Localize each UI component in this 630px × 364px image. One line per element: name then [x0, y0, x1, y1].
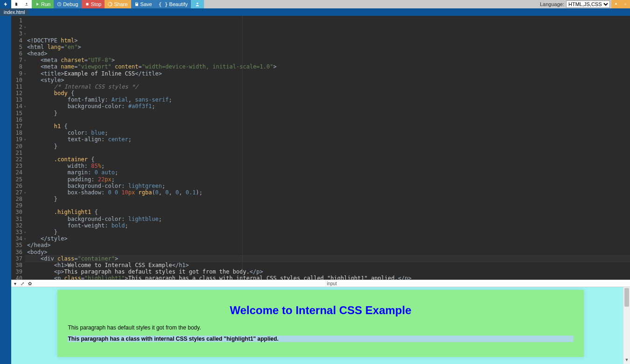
new-file-button[interactable] [11, 0, 21, 8]
collapse-preview-button[interactable]: ▾ [11, 281, 19, 286]
preview-settings-button[interactable]: ✿ [26, 281, 34, 286]
code-line[interactable]: } [27, 143, 628, 150]
bell-icon [615, 2, 617, 7]
file-icon [14, 2, 18, 7]
code-line[interactable]: padding: 22px; [27, 176, 628, 183]
code-line[interactable]: h1 { [27, 123, 628, 130]
notifications-button[interactable] [611, 0, 621, 8]
tab-index-html[interactable]: index.html [0, 8, 29, 16]
preview-tab-label: input [34, 281, 630, 286]
code-line[interactable]: <div class="container"> [27, 255, 628, 262]
code-content[interactable]: <!DOCTYPE html><html lang="en"><head> <m… [25, 16, 630, 280]
beautify-button[interactable]: { } Beautify [155, 0, 191, 8]
gear-icon [624, 2, 627, 7]
settings-button[interactable] [621, 0, 630, 8]
share-button[interactable]: Share [105, 0, 131, 8]
preview-toolbar: ▾ ⤢ ✿ input [11, 280, 630, 287]
logo-button[interactable] [0, 0, 11, 8]
preview-heading: Welcome to Internal CSS Example [68, 304, 573, 317]
code-line[interactable]: } [27, 196, 628, 202]
code-line[interactable]: /* Internal CSS styles */ [27, 83, 628, 90]
code-line[interactable]: width: 85%; [27, 163, 628, 169]
braces-icon: { } [159, 1, 168, 7]
scroll-thumb[interactable] [624, 288, 629, 307]
play-icon [35, 2, 40, 7]
editor-tabstrip: index.html [0, 8, 630, 16]
svg-rect-1 [86, 3, 88, 6]
code-line[interactable]: <style> [27, 77, 628, 83]
upload-button[interactable] [21, 0, 32, 8]
code-line[interactable]: <head> [27, 50, 628, 57]
code-line[interactable] [27, 117, 628, 123]
code-line[interactable]: font-weight: bold; [27, 222, 628, 229]
expand-preview-button[interactable]: ⤢ [19, 281, 26, 286]
code-line[interactable]: } [27, 229, 628, 235]
code-line[interactable]: color: blue; [27, 130, 628, 136]
scroll-down-icon: ▼ [623, 357, 630, 364]
code-line[interactable]: background-color: lightblue; [27, 216, 628, 222]
preview-container: Welcome to Internal CSS Example This par… [57, 290, 583, 357]
beautify-label: Beautify [169, 1, 188, 7]
preview-scrollbar[interactable]: ▲ ▼ [623, 287, 630, 364]
code-line[interactable]: </head> [27, 242, 628, 248]
preview-paragraph-2: This paragraph has a class with internal… [68, 336, 573, 342]
debug-button[interactable]: Debug [54, 0, 81, 8]
save-icon [134, 2, 139, 7]
code-line[interactable]: <body> [27, 249, 628, 255]
stop-button[interactable]: Stop [82, 0, 105, 8]
upload-icon [25, 2, 28, 7]
code-line[interactable]: <p class="highlight1">This paragraph has… [27, 275, 628, 280]
code-line[interactable]: box-shadow: 0 0 10px rgba(0, 0, 0, 0.1); [27, 189, 628, 196]
save-label: Save [140, 1, 152, 7]
debug-label: Debug [63, 1, 78, 7]
code-line[interactable]: <h1>Welcome to Internal CSS Example</h1> [27, 262, 628, 268]
user-icon [195, 2, 200, 7]
tab-label: index.html [4, 10, 25, 15]
code-line[interactable]: font-family: Arial, sans-serif; [27, 96, 628, 103]
code-line[interactable]: <!DOCTYPE html> [27, 37, 628, 44]
code-line[interactable]: <title>Example of Inline CSS</title> [27, 70, 628, 77]
run-label: Run [41, 1, 50, 7]
code-line[interactable]: <meta charset="UTF-8"> [27, 57, 628, 63]
code-line[interactable]: } [27, 110, 628, 117]
line-gutter: 1234567891011121314151617181920212223242… [11, 16, 25, 280]
code-line[interactable]: margin: 0 auto; [27, 169, 628, 176]
stop-label: Stop [91, 1, 102, 7]
code-line[interactable]: background-color: lightgreen; [27, 183, 628, 189]
code-line[interactable]: .highlight1 { [27, 209, 628, 215]
run-button[interactable]: Run [32, 0, 54, 8]
share-icon [108, 2, 112, 7]
clock-icon [57, 2, 62, 7]
code-line[interactable]: </style> [27, 235, 628, 242]
preview-pane: Welcome to Internal CSS Example This par… [11, 287, 630, 364]
user-button[interactable] [191, 0, 204, 8]
toolbar: Run Debug Stop Share Save { } Beautify L… [0, 0, 630, 8]
code-line[interactable]: text-align: center; [27, 136, 628, 143]
language-select[interactable]: HTML,JS,CSS [566, 0, 610, 8]
code-line[interactable] [27, 202, 628, 209]
editor-ruler [242, 16, 243, 280]
save-button[interactable]: Save [131, 0, 155, 8]
svg-point-2 [197, 3, 198, 4]
code-line[interactable]: <html lang="en"> [27, 44, 628, 50]
code-line[interactable]: <p>This paragraph has default styles it … [27, 268, 628, 275]
left-gutter [0, 16, 11, 364]
code-line[interactable]: background-color: #a0f3f1; [27, 103, 628, 110]
language-label: Language: [540, 1, 564, 7]
code-line[interactable]: .container { [27, 156, 628, 163]
main-area: 1234567891011121314151617181920212223242… [0, 16, 630, 364]
svg-point-3 [625, 4, 626, 5]
bolt-icon [3, 2, 8, 7]
share-label: Share [114, 1, 127, 7]
code-line[interactable]: <meta name="viewport" content="width=dev… [27, 63, 628, 70]
preview-paragraph-1: This paragraph has default styles it got… [68, 324, 573, 331]
code-line[interactable]: body { [27, 90, 628, 96]
stop-icon [85, 2, 90, 7]
code-line[interactable] [27, 150, 628, 156]
code-editor[interactable]: 1234567891011121314151617181920212223242… [11, 16, 630, 280]
